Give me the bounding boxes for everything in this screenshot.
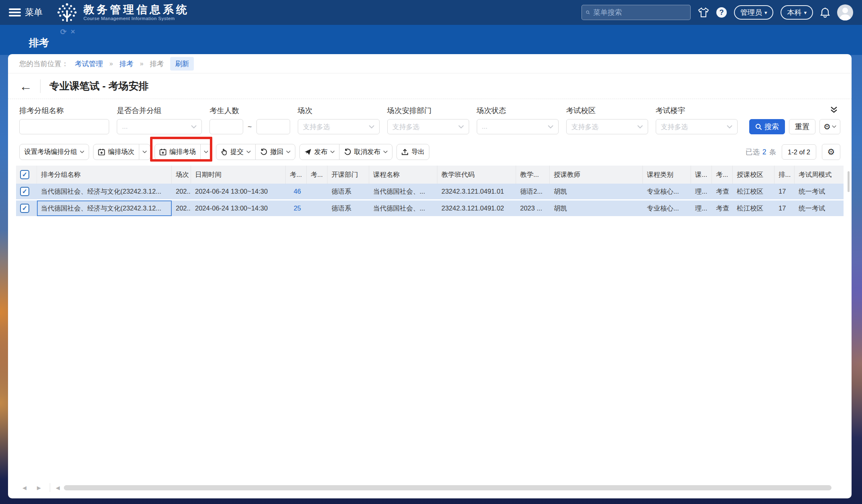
vertical-scroll-thumb[interactable] <box>848 171 850 192</box>
session-select[interactable]: 支持多选 <box>298 119 380 134</box>
cell-candidate-count-link[interactable]: 46 <box>286 184 307 200</box>
column-header[interactable]: 考... <box>712 166 733 184</box>
selected-count: 2 <box>762 148 766 156</box>
column-header[interactable]: 教学班代码 <box>437 166 516 184</box>
column-header[interactable]: 考试周模式 <box>795 166 844 184</box>
cell-course-type: 理... <box>691 200 712 217</box>
breadcrumb-refresh-button[interactable]: 刷新 <box>170 57 194 71</box>
calendar-plus-icon <box>159 148 167 156</box>
back-button[interactable]: ← <box>19 80 32 93</box>
collapse-filters-icon[interactable] <box>830 106 838 113</box>
results-table: ✓ 排考分组名称 场次 日期时间 考... 考... 开课部门 课程名称 教学班… <box>16 166 844 217</box>
row-checkbox[interactable]: ✓ <box>20 204 29 213</box>
bottom-scroll-area: ◀ ▶ ◀ <box>17 482 843 494</box>
menu-search-box[interactable] <box>581 5 691 20</box>
submit-button[interactable]: 提交 <box>216 144 255 160</box>
cell-class-name: 德语2... <box>516 184 550 200</box>
column-header[interactable]: 教学... <box>516 166 550 184</box>
session-dept-select[interactable]: 支持多选 <box>387 119 469 134</box>
level-label: 本科 <box>787 8 801 17</box>
hand-submit-icon <box>221 148 228 156</box>
count-min-input[interactable] <box>209 119 243 134</box>
menu-search-input[interactable] <box>593 8 686 17</box>
column-header[interactable]: 场次 <box>172 166 191 184</box>
group-name-input[interactable] <box>19 119 109 134</box>
cell-candidate-count-link[interactable]: 25 <box>286 200 307 217</box>
column-header[interactable]: 授课教师 <box>550 166 643 184</box>
session-status-select[interactable]: ... <box>477 119 559 134</box>
table-row[interactable]: ✓ 当代德国社会、经济与文化(23242.3.12... 202... 2024… <box>16 184 844 200</box>
row-checkbox[interactable]: ✓ <box>20 187 29 196</box>
pagination-button[interactable]: 1-2 of 2 <box>782 144 816 160</box>
user-avatar[interactable] <box>837 4 853 20</box>
cell-rank: 17 <box>775 200 795 217</box>
cell-session: 202... <box>172 200 191 217</box>
column-header[interactable]: 课程名称 <box>369 166 437 184</box>
cell-rank: 17 <box>775 184 795 200</box>
theme-shirt-icon[interactable] <box>698 7 709 18</box>
cell-group-name-focused[interactable]: 当代德国社会、经济与文化(23242.3.12... <box>37 200 172 217</box>
column-header[interactable]: 开课部门 <box>327 166 369 184</box>
page-prev-icon[interactable]: ◀ <box>22 485 26 491</box>
app-root: 菜单 教务管理信息系统 Course Management Informatio… <box>0 0 862 504</box>
withdraw-button[interactable]: 撤回 <box>255 144 295 160</box>
level-dropdown[interactable]: 本科 ▾ <box>781 5 813 20</box>
select-placeholder: 支持多选 <box>303 122 369 132</box>
role-dropdown[interactable]: 管理员 ▾ <box>734 5 774 20</box>
filter-settings-button[interactable]: ⚙ <box>819 119 840 134</box>
menu-button[interactable]: 菜单 <box>25 6 43 18</box>
column-header[interactable]: 课... <box>691 166 712 184</box>
cell-extra <box>307 184 327 200</box>
select-all-checkbox[interactable]: ✓ <box>20 170 29 179</box>
tab-paikao[interactable]: 排考 <box>29 36 49 49</box>
cell-group-name[interactable]: 当代德国社会、经济与文化(23242.3.12... <box>37 184 172 200</box>
publish-button[interactable]: 发布 <box>300 144 339 160</box>
notification-bell-icon[interactable] <box>820 7 830 18</box>
column-header[interactable]: 课程类别 <box>643 166 691 184</box>
merge-group-select[interactable]: ... <box>117 119 202 134</box>
unpublish-button[interactable]: 取消发布 <box>339 144 392 160</box>
arrange-room-button[interactable]: 编排考场 <box>155 144 200 160</box>
filter-merge-group: 是否合并分组 ... <box>117 105 202 134</box>
chevron-down-icon <box>286 150 291 154</box>
arrange-room-dropdown[interactable] <box>200 144 211 160</box>
column-header[interactable]: 排... <box>775 166 795 184</box>
reset-button-label: 重置 <box>795 122 809 132</box>
tab-refresh-icon[interactable]: ⟳ <box>60 27 67 36</box>
breadcrumb-link-paikao[interactable]: 排考 <box>119 59 133 69</box>
search-button[interactable]: 搜索 <box>749 119 785 134</box>
set-room-group-button[interactable]: 设置考场编排分组 <box>19 144 89 160</box>
arrange-session-dropdown[interactable] <box>139 144 150 160</box>
export-button[interactable]: 导出 <box>396 144 429 160</box>
breadcrumb-link-exam-management[interactable]: 考试管理 <box>75 59 103 69</box>
count-max-input[interactable] <box>256 119 290 134</box>
horizontal-scroll-thumb[interactable] <box>64 485 832 490</box>
cell-class-code: 23242.3.121.0491.01 <box>437 184 516 200</box>
page-next-icon[interactable]: ▶ <box>37 485 41 491</box>
exam-building-select[interactable]: 支持多选 <box>656 119 738 134</box>
hamburger-menu-icon[interactable] <box>9 8 21 16</box>
app-subtitle: Course Management Information System <box>83 16 189 21</box>
app-logo-icon <box>56 2 78 22</box>
chevron-down-icon <box>191 125 197 129</box>
column-header[interactable]: 考... <box>286 166 307 184</box>
tab-close-icon[interactable]: × <box>71 27 75 36</box>
column-header[interactable]: 考... <box>307 166 327 184</box>
toolbar-right: 已选 2 条 1-2 of 2 ⚙ <box>746 144 840 160</box>
chevron-down-icon: ▾ <box>764 10 767 16</box>
table-row[interactable]: ✓ 当代德国社会、经济与文化(23242.3.12... 202... 2024… <box>16 200 844 217</box>
table-settings-button[interactable]: ⚙ <box>822 144 840 160</box>
cell-class-code: 23242.3.121.0491.02 <box>437 200 516 217</box>
column-header[interactable]: 授课校区 <box>733 166 775 184</box>
filter-exam-building: 考试楼宇 支持多选 <box>656 105 738 134</box>
scroll-left-icon[interactable]: ◀ <box>56 485 60 491</box>
column-header[interactable]: 排考分组名称 <box>37 166 172 184</box>
help-icon[interactable]: ? <box>716 7 727 18</box>
exam-campus-select[interactable]: 支持多选 <box>566 119 648 134</box>
arrange-session-button[interactable]: 编排场次 <box>94 144 139 160</box>
cell-exam-week-mode: 统一考试 <box>795 200 844 217</box>
column-header[interactable]: 日期时间 <box>191 166 286 184</box>
arrange-session-label: 编排场次 <box>108 148 134 156</box>
reset-button[interactable]: 重置 <box>789 119 815 134</box>
filter-label: 场次安排部门 <box>387 105 469 115</box>
